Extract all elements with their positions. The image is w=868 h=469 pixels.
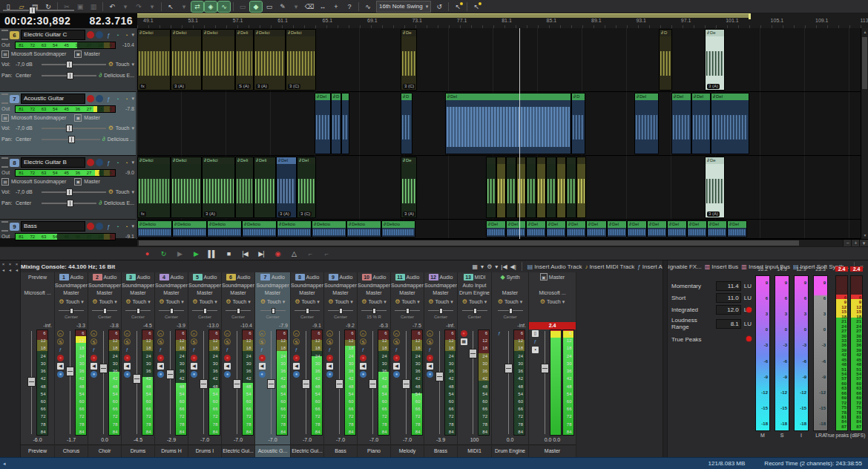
strip-arm-icon[interactable]: ● — [124, 355, 131, 361]
strip-automation-caret-icon[interactable]: ▾ — [350, 299, 353, 305]
track-lane[interactable]: ∂Del∂D∂D∂Del∂D∂Del∂Del∂Del∂Del — [137, 92, 868, 156]
clip-header[interactable]: ∂Delicio — [173, 221, 206, 228]
strip-solo-icon[interactable]: S — [326, 338, 333, 345]
track-arm-icon[interactable]: ● — [87, 223, 94, 230]
strip-fader[interactable] — [302, 329, 310, 436]
audio-clip[interactable] — [546, 157, 556, 218]
strip-name-label[interactable]: Drums H — [155, 445, 188, 457]
strip-fader-value[interactable]: -7.0 — [188, 436, 221, 445]
strip-fader-value[interactable]: -7.0 — [222, 436, 254, 445]
track-fx-chain[interactable]: Delicious E... — [104, 73, 134, 78]
track-menu-caret-icon[interactable]: ▾ — [131, 223, 134, 229]
strip-name-label[interactable]: Preview — [21, 445, 54, 457]
clip-header[interactable]: ∂De — [401, 30, 416, 36]
track-fx-icon[interactable]: ∂ — [102, 136, 105, 142]
clip-header[interactable]: ∂De — [706, 157, 724, 164]
strip-pan-handle[interactable] — [339, 308, 343, 314]
audio-clip[interactable]: ∂Delici — [202, 29, 235, 91]
strip-fader-handle[interactable] — [99, 364, 108, 373]
strip-pan-slider[interactable] — [260, 308, 286, 314]
clip-header[interactable] — [342, 94, 349, 100]
loop-region-end-marker[interactable] — [749, 13, 751, 19]
strip-fader-value[interactable]: -7.0 — [391, 436, 424, 445]
audio-clip[interactable] — [576, 157, 586, 218]
redo-icon[interactable]: ↷ — [133, 1, 145, 12]
strip-fader-handle[interactable] — [469, 349, 477, 358]
track-header[interactable]: 8Electric Guitar B●●ƒ◔◔▾Out8172635445362… — [0, 156, 136, 220]
strip-phones-icon[interactable]: ∩ — [360, 330, 366, 337]
automation-gear-icon[interactable]: ⚙ — [108, 188, 114, 195]
strip-input-monitor-icon[interactable]: ◀ — [57, 363, 64, 370]
strip-pan-slider[interactable] — [428, 308, 453, 314]
strip-fx-icon[interactable]: ƒ — [124, 347, 131, 353]
clip-header[interactable]: ∂De — [401, 157, 416, 164]
track-grip-icon[interactable] — [1, 94, 8, 104]
strip-phones-icon[interactable]: ∩ — [57, 330, 64, 337]
strip-downmix-icon[interactable]: ● — [157, 371, 164, 378]
strip-pan-handle[interactable] — [509, 308, 513, 314]
strip-pan-handle[interactable] — [103, 308, 107, 314]
strip-name-label[interactable]: Brass — [424, 445, 457, 457]
strip-name-label[interactable]: Electric Gui... — [291, 445, 323, 457]
volume-slider-handle[interactable] — [66, 125, 73, 132]
whats-new-icon[interactable]: ↖ — [470, 1, 482, 12]
go-to-end-button[interactable]: ▶| — [255, 249, 267, 259]
audio-clip[interactable] — [516, 157, 526, 218]
strip-fader[interactable] — [200, 329, 208, 436]
clip-header[interactable] — [487, 157, 496, 164]
mixer-strip[interactable]: 4AudioSoundmapperMaster⚙Touch▾Center-3.9… — [155, 272, 188, 457]
strip-pan-handle[interactable] — [272, 308, 275, 314]
strip-fader[interactable] — [541, 329, 549, 436]
strip-fader-value[interactable]: 0.0 — [492, 436, 528, 445]
track-menu-caret-icon[interactable]: ▾ — [131, 96, 134, 102]
clip-header[interactable]: ∂Del — [708, 221, 726, 228]
audio-clip[interactable]: ∂Del — [687, 220, 707, 237]
track-more-fx-icon[interactable]: ◔ — [122, 223, 130, 230]
strip-input-monitor-icon[interactable]: ◀ — [360, 363, 366, 370]
loop-playback-button[interactable]: ↻ — [157, 249, 169, 259]
strip-name-label[interactable]: Drums — [122, 445, 154, 457]
clip-header[interactable]: ∂Del — [608, 221, 626, 228]
strip-phones-icon[interactable]: ∩ — [393, 330, 400, 337]
clip-header[interactable]: ∂Del — [527, 221, 545, 228]
wide-strips-icon[interactable]: ◀| — [510, 263, 516, 270]
strip-bus[interactable]: Master — [163, 290, 179, 295]
strip-arm-icon[interactable]: ● — [57, 355, 64, 361]
strip-fx-icon[interactable]: ƒ — [326, 347, 333, 353]
strip-arm-icon[interactable]: ● — [191, 355, 197, 361]
ripple-edit-icon[interactable]: ◈ — [205, 1, 217, 12]
strip-solo-icon[interactable]: S — [57, 338, 64, 345]
strip-downmix-icon[interactable]: ● — [360, 371, 366, 378]
strip-bus[interactable]: Master — [299, 290, 315, 295]
strip-solo-icon[interactable]: S — [259, 338, 266, 345]
strip-fx-icon[interactable]: ƒ — [393, 347, 400, 353]
strip-automation-mode[interactable]: Touch — [65, 299, 79, 304]
clip-header[interactable]: ∂Del — [635, 94, 658, 100]
strip-device[interactable]: Soundmapper — [88, 283, 121, 288]
mixer-strip[interactable]: 6AudioSoundmapperMaster⚙Touch▾Center-10.… — [222, 272, 255, 457]
strip-automation-caret-icon[interactable]: ▾ — [484, 299, 487, 305]
clip-header[interactable]: ∂Del — [711, 94, 749, 100]
track-freeze-icon[interactable]: ◔ — [114, 223, 121, 230]
audio-clip[interactable]: ∂De3 (A) — [401, 157, 417, 218]
strip-name-label[interactable]: Electric Gui... — [222, 445, 254, 457]
status-dock-icon[interactable]: ◂ — [3, 461, 6, 467]
mixer-strip[interactable]: 3AudioSoundmapperMaster⚙Touch▾Center-4.5… — [122, 272, 155, 457]
strip-fx-icon[interactable]: ƒ — [224, 347, 231, 353]
strip-fader-value[interactable]: 0.0 — [88, 436, 121, 445]
audio-clip[interactable]: ∂Del — [691, 93, 711, 154]
strip-fx-icon[interactable]: ƒ — [532, 338, 539, 345]
track-device[interactable]: Microsoft Soundmapper — [11, 51, 66, 56]
envelope-edit-icon[interactable]: ▭ — [237, 1, 249, 12]
strip-arm-icon[interactable]: ● — [360, 355, 366, 361]
strip-fader[interactable] — [469, 329, 477, 436]
strip-arm-icon[interactable]: ● — [91, 355, 97, 361]
redo-caret-icon[interactable]: ▾ — [146, 1, 158, 12]
strip-automation-mode[interactable]: Touch — [469, 299, 483, 304]
strip-bus[interactable]: Drum Engine — [459, 290, 490, 295]
mixer-strip[interactable]: 10AudioSoundmapperMaster⚙Touch▾15 % R-6.… — [358, 272, 391, 457]
strip-bus[interactable]: Master — [366, 290, 381, 295]
audio-clip[interactable]: ∂D — [331, 93, 341, 154]
strip-fader-value[interactable]: -7.0 — [291, 436, 323, 445]
track-device[interactable]: Microsoft Soundmapper — [11, 179, 66, 184]
